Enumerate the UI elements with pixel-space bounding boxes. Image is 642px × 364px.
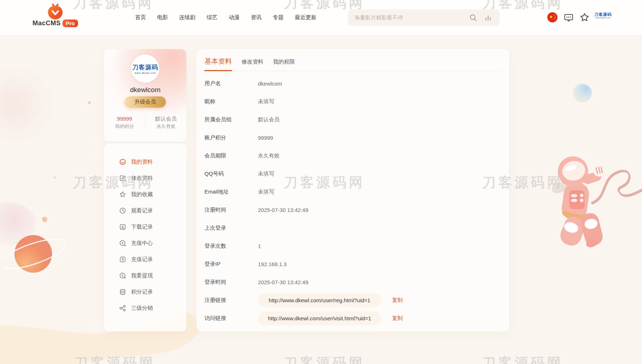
field-row: 用户名dkewlcom (197, 74, 509, 92)
field-value: 永久有效 (258, 152, 280, 159)
field-label: 账户积分 (204, 134, 258, 141)
link-row: 访问链接复制 (197, 309, 509, 327)
tab-2[interactable]: 我的权限 (273, 58, 295, 71)
messages-icon[interactable] (564, 13, 574, 23)
field-value: dkewlcom (258, 81, 282, 87)
sidebar-item-label: 三级分销 (131, 305, 153, 312)
sidebar-item-label: 积分记录 (131, 289, 153, 295)
field-row: 上次登录 (197, 219, 509, 237)
coin-square-icon: ¥ (119, 256, 126, 263)
search-input[interactable] (348, 14, 469, 21)
avatar[interactable]: 刀客源码 www.dkewl.com (131, 55, 159, 83)
field-label: 用户名 (204, 80, 258, 87)
database-icon (119, 289, 126, 295)
field-label: 注册链接 (204, 297, 258, 304)
sidebar-item-label: 我的资料 (131, 159, 153, 165)
sidebar-item-3[interactable]: 观看记录 (104, 203, 186, 219)
favorites-star-icon[interactable] (579, 12, 590, 22)
field-label: 登录次数 (204, 243, 258, 250)
nav-item-4[interactable]: 动漫 (229, 14, 240, 21)
sidebar-item-label: 充值中心 (131, 240, 153, 247)
sidebar-item-6[interactable]: ¥充值记录 (104, 251, 186, 268)
sidebar-item-0[interactable]: 我的资料 (104, 154, 186, 170)
field-value: 2025-07-30 13:42:49 (258, 279, 308, 285)
field-row: 登录次数1 (197, 237, 509, 255)
profile-stats: 99999 我的积分 默认会员 永久有效 (104, 115, 186, 130)
field-label: 注册时间 (204, 207, 258, 213)
partner-logo-text: 刀客源码 (594, 12, 612, 17)
nav-item-2[interactable]: 连续剧 (179, 14, 195, 21)
astronaut-illustration (548, 150, 642, 247)
berry-logo-icon (47, 2, 64, 20)
nav-item-5[interactable]: 资讯 (251, 14, 262, 21)
field-label: 登录IP (204, 261, 258, 268)
pro-badge: Pro (63, 20, 78, 27)
upgrade-membership-button[interactable]: 升级会员 (125, 96, 166, 108)
field-row: 会员期限永久有效 (197, 147, 509, 165)
site-watermark: 刀客源码网 (284, 354, 365, 364)
coin-arrow-icon: ¥ (119, 240, 126, 247)
field-value: 未填写 (258, 170, 274, 177)
trending-chart-icon[interactable] (484, 14, 492, 21)
field-value: 默认会员 (258, 116, 280, 123)
partner-site-logo[interactable]: 刀客源码 www.dkewl.com (594, 12, 612, 19)
dot-decoration (53, 176, 56, 179)
nav-item-3[interactable]: 综艺 (207, 14, 217, 21)
copy-button[interactable]: 复制 (392, 315, 403, 322)
profile-detail-panel: 基本资料修改资料我的权限 用户名dkewlcom昵称未填写所属会员组默认会员账户… (197, 49, 509, 332)
link-row: 注册链接复制 (197, 291, 509, 309)
search-icon[interactable] (469, 14, 477, 22)
field-row: Email地址未填写 (197, 183, 509, 201)
tab-0[interactable]: 基本资料 (204, 57, 232, 71)
nav-item-0[interactable]: 首页 (135, 14, 146, 21)
copy-button[interactable]: 复制 (392, 297, 403, 304)
sidebar-item-5[interactable]: ¥充值中心 (104, 235, 186, 251)
moon-decoration (573, 84, 592, 103)
site-watermark: 刀客源码网 (482, 354, 564, 364)
sidebar-item-1[interactable]: 修改资料 (104, 170, 186, 186)
nav-item-6[interactable]: 专题 (273, 14, 284, 21)
coin-withdraw-icon: ¥ (119, 272, 126, 279)
field-value: 1 (258, 243, 261, 249)
profile-card: 刀客源码 www.dkewl.com dkewlcom 升级会员 99999 我… (104, 49, 186, 142)
sidebar-item-label: 我的收藏 (131, 191, 153, 198)
points-stat: 99999 我的积分 (104, 115, 146, 130)
field-label: QQ号码 (204, 170, 258, 177)
sidebar-item-label: 我要提现 (131, 272, 153, 279)
field-label: 所属会员组 (204, 116, 258, 123)
language-flag-icon[interactable] (547, 12, 558, 23)
points-value: 99999 (104, 115, 145, 123)
site-logo[interactable]: MacCMS Pro (35, 2, 75, 27)
field-value: 192.168.1.3 (258, 261, 286, 267)
clock-icon (119, 207, 126, 214)
svg-text:¥: ¥ (121, 273, 124, 277)
field-row: 所属会员组默认会员 (197, 110, 509, 129)
sidebar-item-label: 修改资料 (131, 175, 153, 182)
sidebar-item-2[interactable]: 我的收藏 (104, 186, 186, 203)
sidebar-item-label: 充值记录 (131, 256, 153, 263)
smiley-icon (119, 159, 126, 165)
avatar-logo-text: 刀客源码 (132, 63, 158, 72)
field-row: 注册时间2025-07-30 13:42:49 (197, 201, 509, 219)
sidebar-item-4[interactable]: 下载记录 (104, 219, 186, 235)
partner-logo-subtext: www.dkewl.com (594, 17, 612, 19)
field-row: 登录IP192.168.1.3 (197, 255, 509, 273)
field-label: 访问链接 (204, 315, 258, 322)
nav-item-1[interactable]: 电影 (157, 14, 168, 21)
search-box (348, 9, 500, 26)
tab-1[interactable]: 修改资料 (242, 58, 263, 71)
top-navbar: MacCMS Pro 首页电影连续剧综艺动漫资讯专题最近更新 (0, 0, 642, 35)
sidebar-item-8[interactable]: 积分记录 (104, 284, 186, 300)
sidebar-item-7[interactable]: ¥我要提现 (104, 268, 186, 284)
svg-text:¥: ¥ (122, 257, 124, 261)
field-label: Email地址 (204, 188, 258, 195)
nav-item-7[interactable]: 最近更新 (295, 14, 316, 21)
field-label: 昵称 (204, 98, 258, 105)
field-label: 会员期限 (204, 152, 258, 159)
field-row: 账户积分99999 (197, 129, 509, 147)
profile-fields: 用户名dkewlcom昵称未填写所属会员组默认会员账户积分99999会员期限永久… (197, 71, 509, 327)
link-value-input[interactable] (258, 311, 381, 325)
brand-name: MacCMS (33, 20, 61, 27)
link-value-input[interactable] (258, 293, 381, 307)
sidebar-item-9[interactable]: 三级分销 (104, 300, 186, 316)
